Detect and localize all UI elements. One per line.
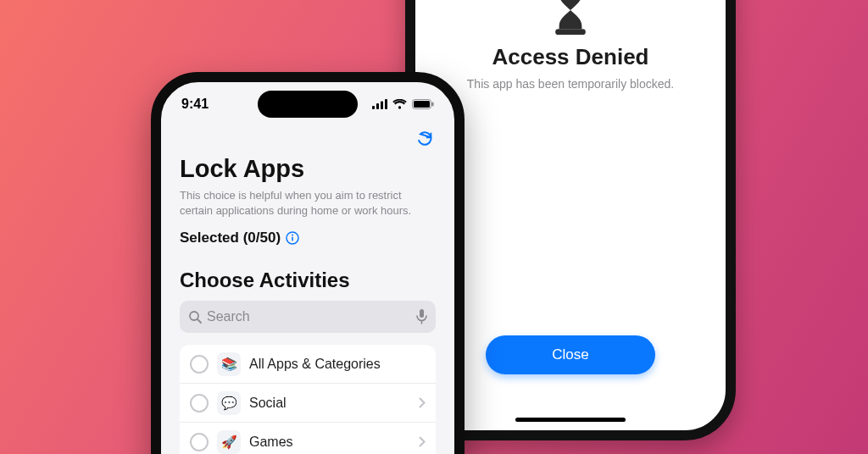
list-item[interactable]: 💬 Social: [180, 384, 436, 423]
status-time: 9:41: [181, 97, 209, 112]
search-icon: [188, 310, 202, 324]
search-input[interactable]: [207, 309, 411, 324]
radio-unchecked-icon[interactable]: [190, 355, 209, 374]
dynamic-island: [258, 91, 358, 118]
svg-rect-7: [414, 101, 430, 108]
list-item-label: All Apps & Categories: [249, 357, 426, 372]
hourglass-icon: [545, 0, 596, 36]
wifi-icon: [392, 99, 407, 109]
svg-rect-8: [432, 102, 434, 107]
reload-button[interactable]: [414, 128, 436, 150]
category-games-icon: 🚀: [217, 430, 241, 454]
chevron-right-icon: [419, 436, 426, 447]
chevron-right-icon: [419, 397, 426, 408]
battery-icon: [412, 99, 434, 109]
phone-lock-apps: 9:41: [151, 72, 465, 454]
category-all-icon: 📚: [217, 352, 241, 376]
mic-icon[interactable]: [416, 309, 427, 324]
home-indicator: [515, 418, 626, 422]
page-title: Lock Apps: [180, 155, 436, 183]
svg-rect-3: [376, 103, 379, 109]
list-item[interactable]: 🚀 Games: [180, 423, 436, 454]
list-item[interactable]: 📚 All Apps & Categories: [180, 345, 436, 384]
svg-point-10: [292, 235, 293, 236]
svg-rect-4: [381, 102, 383, 110]
radio-unchecked-icon[interactable]: [190, 394, 209, 412]
svg-rect-5: [385, 99, 387, 109]
section-title: Choose Activities: [180, 269, 436, 292]
svg-rect-1: [555, 29, 586, 35]
search-bar[interactable]: [180, 301, 436, 333]
svg-rect-11: [292, 237, 293, 241]
radio-unchecked-icon[interactable]: [190, 433, 209, 451]
selected-count-label: Selected (0/50): [180, 230, 281, 246]
access-denied-subtitle: This app has been temporarily blocked.: [467, 77, 674, 91]
svg-rect-2: [372, 106, 375, 109]
page-subtitle: This choice is helpful when you aim to r…: [180, 188, 436, 218]
list-item-label: Games: [249, 435, 410, 450]
svg-line-13: [198, 319, 201, 323]
activities-list: 📚 All Apps & Categories 💬 Social 🚀 Games: [180, 345, 436, 454]
status-bar: 9:41: [161, 82, 454, 126]
svg-rect-14: [420, 309, 424, 318]
cellular-signal-icon: [372, 99, 387, 109]
info-icon[interactable]: [286, 231, 299, 245]
category-social-icon: 💬: [217, 391, 241, 415]
list-item-label: Social: [249, 396, 410, 411]
access-denied-title: Access Denied: [492, 44, 649, 70]
close-button[interactable]: Close: [486, 335, 655, 374]
